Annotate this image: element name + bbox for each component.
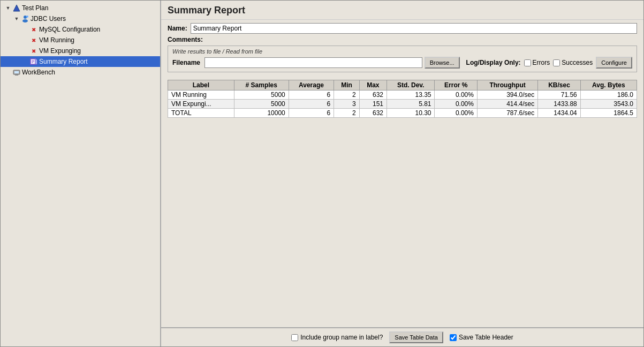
sidebar-item-label: VM Expunging (39, 47, 81, 55)
mysql-config-icon: ✖ (29, 25, 38, 34)
sidebar-item-test-plan[interactable]: ▼ Test Plan (1, 3, 160, 13)
spacer (5, 69, 11, 76)
workbench-icon (12, 68, 21, 77)
save-table-header-checkbox-group: Save Table Header (450, 334, 513, 341)
svg-point-2 (22, 19, 28, 22)
table-cell: 5.81 (387, 100, 435, 109)
table-cell: 5000 (234, 100, 289, 109)
table-cell: 0.00% (435, 100, 477, 109)
table-cell: 2 (334, 90, 359, 100)
sidebar-item-workbench[interactable]: WorkBench (1, 67, 160, 78)
footer-bar: Include group name in label? Save Table … (161, 327, 643, 346)
table-cell: 2 (334, 109, 359, 118)
summary-report-icon (29, 57, 38, 66)
summary-table: Label # Samples Average Min Max Std. Dev… (168, 80, 637, 118)
include-group-checkbox[interactable] (291, 334, 298, 341)
table-cell: 632 (359, 109, 387, 118)
sidebar-item-vm-expunging[interactable]: ✖ VM Expunging (1, 46, 160, 56)
expand-icon: ▼ (13, 16, 20, 22)
table-cell: 6 (289, 109, 334, 118)
vm-running-icon: ✖ (29, 36, 38, 44)
col-header-std-dev: Std. Dev. (387, 80, 435, 90)
save-table-header-label: Save Table Header (459, 334, 513, 341)
table-cell: 10.30 (387, 109, 435, 118)
sidebar-item-label: Summary Report (39, 58, 88, 65)
main-content: Summary Report Name: Comments: Write res… (161, 1, 643, 346)
test-plan-icon (12, 4, 21, 12)
svg-marker-8 (35, 58, 37, 64)
vm-expunging-icon: ✖ (29, 47, 38, 55)
save-table-data-button[interactable]: Save Table Data (389, 331, 443, 343)
table-cell: 6 (289, 100, 334, 109)
table-cell: 394.0/sec (477, 90, 537, 100)
spacer (22, 37, 28, 43)
sidebar-item-summary-report[interactable]: Summary Report (1, 56, 160, 67)
sidebar-item-vm-running[interactable]: ✖ VM Running (1, 35, 160, 46)
name-input[interactable] (191, 23, 637, 34)
col-header-avg-bytes: Avg. Bytes (580, 80, 637, 90)
expand-icon: ▼ (5, 5, 11, 11)
table-cell: 787.6/sec (477, 109, 537, 118)
table-cell: 10000 (234, 109, 289, 118)
col-header-error-pct: Error % (435, 80, 477, 90)
svg-rect-11 (15, 74, 18, 76)
successes-label: Successes (562, 59, 593, 66)
log-display-row: Log/Display Only: Errors Successes Confi… (466, 57, 632, 69)
browse-button[interactable]: Browse... (425, 57, 460, 69)
table-cell: VM Running (168, 90, 234, 100)
svg-point-3 (26, 16, 28, 18)
sidebar-item-label: WorkBench (22, 69, 55, 76)
col-header-max: Max (359, 80, 387, 90)
table-cell: 3 (334, 100, 359, 109)
successes-checkbox-group: Successes (553, 59, 593, 66)
svg-rect-10 (14, 71, 19, 73)
include-group-label: Include group name in label? (300, 334, 383, 341)
sidebar-item-label: Test Plan (22, 4, 48, 12)
errors-checkbox[interactable] (524, 59, 531, 66)
filename-row: Filename Browse... Log/Display Only: Err… (172, 57, 632, 69)
table-cell: 0.00% (435, 109, 477, 118)
save-table-header-checkbox[interactable] (450, 334, 457, 341)
file-group-legend: Write results to file / Read from file (172, 48, 632, 55)
sidebar-item-mysql-config[interactable]: ✖ MySQL Configuration (1, 24, 160, 35)
table-cell: VM Expungi... (168, 100, 234, 109)
col-header-throughput: Throughput (477, 80, 537, 90)
table-cell: 186.0 (580, 90, 637, 100)
errors-checkbox-group: Errors (524, 59, 550, 66)
file-group: Write results to file / Read from file F… (168, 46, 637, 72)
col-header-average: Average (289, 80, 334, 90)
spacer (22, 26, 28, 33)
table-row: VM Running50006263213.350.00%394.0/sec71… (168, 90, 637, 100)
sidebar-item-jdbc-users[interactable]: ▼ JDBC Users (1, 13, 160, 24)
table-cell: 13.35 (387, 90, 435, 100)
spacer (22, 58, 28, 65)
sidebar-item-label: JDBC Users (31, 15, 66, 22)
name-label: Name: (168, 25, 187, 32)
table-cell: 1864.5 (580, 109, 637, 118)
table-cell: 1433.88 (538, 100, 581, 109)
sidebar: ▼ Test Plan ▼ JDBC Users ✖ (1, 1, 161, 346)
name-row: Name: (168, 23, 637, 34)
sidebar-item-label: VM Running (39, 36, 74, 44)
form-area: Name: Comments: Write results to file / … (161, 20, 643, 78)
panel-title: Summary Report (161, 1, 643, 20)
svg-point-1 (24, 16, 27, 19)
comments-row: Comments: (168, 36, 637, 43)
successes-checkbox[interactable] (553, 59, 560, 66)
table-cell: TOTAL (168, 109, 234, 118)
col-header-min: Min (334, 80, 359, 90)
col-header-samples: # Samples (234, 80, 289, 90)
table-area: Label # Samples Average Min Max Std. Dev… (161, 78, 643, 327)
table-cell: 414.4/sec (477, 100, 537, 109)
log-display-label: Log/Display Only: (466, 59, 521, 66)
table-cell: 5000 (234, 90, 289, 100)
filename-input[interactable] (204, 57, 422, 68)
comments-label: Comments: (168, 36, 203, 43)
include-group-checkbox-group: Include group name in label? (291, 334, 383, 341)
table-cell: 3543.0 (580, 100, 637, 109)
configure-button[interactable]: Configure (596, 57, 632, 69)
col-header-label: Label (168, 80, 234, 90)
table-cell: 1434.04 (538, 109, 581, 118)
jdbc-users-icon (21, 14, 29, 23)
table-row: TOTAL100006263210.300.00%787.6/sec1434.0… (168, 109, 637, 118)
